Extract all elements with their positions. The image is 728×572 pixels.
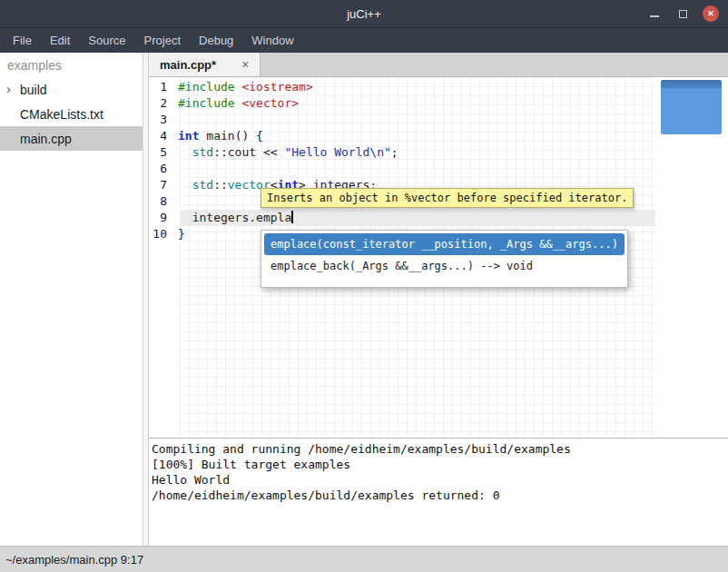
code-token: <vector>: [241, 96, 299, 110]
tab-close-icon[interactable]: ×: [241, 58, 249, 71]
maximize-icon: [679, 10, 687, 18]
code-token: [178, 145, 192, 159]
code-text: [173, 161, 178, 177]
completion-item[interactable]: emplace_back(_Args &&__args...) --> void: [264, 255, 625, 277]
code-line[interactable]: 1 #include <iostream>: [149, 79, 728, 95]
code-text: #include <iostream>: [173, 79, 313, 95]
menu-project[interactable]: Project: [135, 28, 190, 53]
tab-label: main.cpp*: [160, 58, 216, 72]
doc-tooltip: Inserts an object in %vector before spec…: [261, 188, 634, 208]
minimize-icon: [650, 15, 659, 17]
tree-item-label: CMakeLists.txt: [20, 107, 103, 122]
code-text: #include <vector>: [173, 95, 299, 112]
code-token: [178, 178, 192, 192]
tree-item-cmakelists[interactable]: CMakeLists.txt: [0, 102, 143, 126]
line-number: 7: [149, 177, 173, 193]
line-number: 9: [149, 210, 173, 226]
code-editor[interactable]: 1 #include <iostream> 2 #include <vector…: [149, 77, 728, 439]
file-tree-panel: examples › build CMakeLists.txt main.cpp: [0, 53, 143, 546]
tree-item-label: build: [20, 83, 47, 97]
menu-edit[interactable]: Edit: [41, 28, 79, 53]
line-number: 10: [149, 226, 173, 242]
project-folder-label: examples: [0, 53, 143, 77]
code-token: ::: [213, 178, 228, 192]
completion-popup: emplace(const_iterator __position, _Args…: [261, 230, 628, 288]
line-number: 2: [149, 95, 173, 112]
window-title: juCi++: [347, 7, 381, 21]
code-text: integers.empla: [173, 210, 293, 226]
tree-item-main-cpp[interactable]: main.cpp: [0, 126, 143, 151]
code-token: std: [192, 145, 213, 159]
code-text: std::cout << "Hello World\n";: [173, 144, 398, 161]
code-token: int: [178, 129, 199, 143]
titlebar: juCi++ ✕: [0, 0, 728, 27]
tree-item-build[interactable]: › build: [0, 77, 143, 102]
code-token: main: [206, 129, 234, 143]
window-controls: ✕: [646, 0, 719, 27]
line-number: 6: [149, 161, 173, 177]
line-number: 4: [149, 128, 173, 144]
code-token: "Hello World\n": [284, 145, 390, 159]
code-token: std: [192, 178, 213, 192]
code-lines: 1 #include <iostream> 2 #include <vector…: [149, 79, 728, 242]
code-line[interactable]: 4 int main() {: [149, 128, 728, 144]
menubar: File Edit Source Project Debug Window: [0, 27, 728, 53]
code-token: }: [178, 227, 185, 241]
build-terminal[interactable]: Compiling and running /home/eidheim/exam…: [149, 439, 728, 546]
code-text: int main() {: [173, 128, 263, 144]
pane-splitter[interactable]: [143, 53, 149, 546]
code-token: #include: [178, 80, 241, 94]
code-token: integers.empla: [178, 211, 291, 224]
code-token: cout: [228, 145, 256, 159]
menu-debug[interactable]: Debug: [190, 28, 242, 53]
code-text: [173, 112, 178, 128]
code-token: ;: [391, 145, 398, 159]
code-token: #include: [178, 96, 241, 110]
code-line[interactable]: 9 integers.empla: [149, 210, 728, 226]
close-button[interactable]: ✕: [703, 5, 719, 22]
editor-scrollbar-thumb[interactable]: [661, 80, 722, 134]
code-token: ::: [213, 145, 228, 159]
terminal-line: /home/eidheim/examples/build/examples re…: [152, 488, 728, 503]
code-line[interactable]: 3: [149, 112, 728, 128]
line-number: 8: [149, 193, 173, 210]
menu-window[interactable]: Window: [242, 28, 302, 53]
code-token: <iostream>: [241, 80, 312, 94]
chevron-right-icon[interactable]: ›: [6, 81, 11, 96]
code-text: }: [173, 226, 185, 242]
terminal-line: Hello World: [152, 472, 728, 488]
menu-file[interactable]: File: [4, 28, 41, 53]
maximize-button[interactable]: [674, 5, 691, 22]
code-text: [173, 193, 178, 210]
line-number: 5: [149, 144, 173, 161]
code-token: () {: [235, 129, 263, 143]
terminal-line: Compiling and running /home/eidheim/exam…: [152, 441, 728, 457]
statusbar-text: ~/examples/main.cpp 9:17: [5, 553, 143, 567]
code-token: <<: [256, 145, 284, 159]
code-line[interactable]: 6: [149, 161, 728, 177]
line-number: 1: [149, 79, 173, 95]
code-line[interactable]: 5 std::cout << "Hello World\n";: [149, 144, 728, 161]
minimize-button[interactable]: [646, 5, 663, 22]
code-line[interactable]: 2 #include <vector>: [149, 95, 728, 112]
tree-item-label: main.cpp: [20, 132, 72, 146]
terminal-line: [100%] Built target examples: [152, 457, 728, 472]
tabbar: main.cpp* ×: [149, 53, 728, 77]
completion-item[interactable]: emplace(const_iterator __position, _Args…: [264, 233, 625, 255]
line-number: 3: [149, 112, 173, 128]
menu-source[interactable]: Source: [79, 28, 134, 53]
text-cursor: [291, 211, 293, 223]
tab-main-cpp[interactable]: main.cpp* ×: [149, 53, 261, 76]
statusbar: ~/examples/main.cpp 9:17: [0, 546, 728, 572]
close-icon: ✕: [707, 10, 714, 18]
